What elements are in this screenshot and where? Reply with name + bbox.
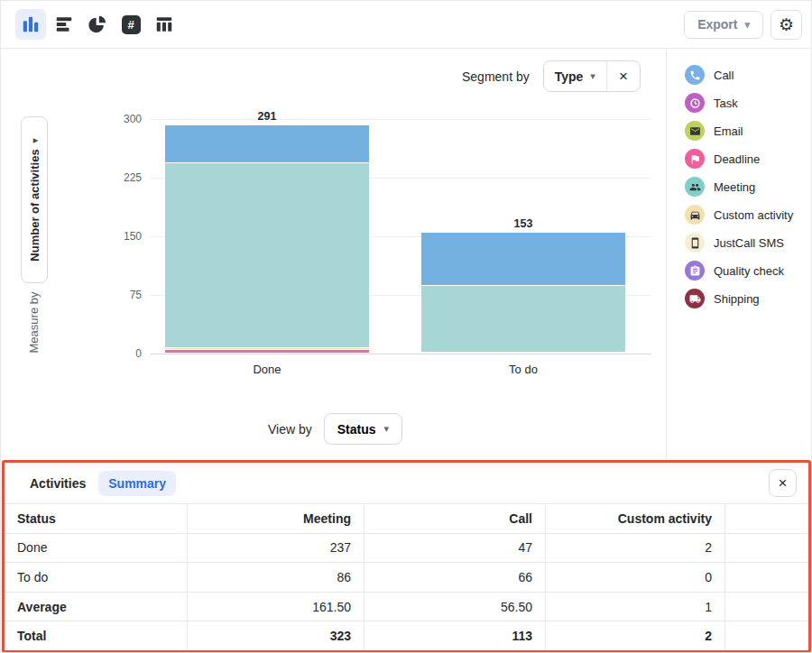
bar-done[interactable] [165, 125, 369, 353]
bar-segment-call[interactable] [421, 233, 625, 284]
legend-item-quality-check[interactable]: Quality check [685, 261, 812, 281]
legend-label: Email [714, 124, 743, 138]
gear-icon: ⚙ [779, 14, 794, 35]
number-card-button[interactable]: # [115, 9, 146, 40]
measure-by-dropdown[interactable]: Number of activities ▾ [21, 116, 48, 283]
segment-by-row: Segment by Type ▾ × [462, 60, 641, 92]
people-icon [685, 177, 705, 197]
value-cell: 113 [364, 621, 545, 650]
bar-chart-horizontal-button[interactable] [49, 9, 79, 40]
row-label-cell: Average [5, 593, 187, 621]
value-cell: 47 [364, 534, 545, 563]
bar-segment-meeting[interactable] [165, 162, 369, 347]
tab-activities[interactable]: Activities [20, 471, 96, 496]
value-cell [724, 534, 808, 563]
value-cell: 161.50 [187, 593, 364, 621]
phone-icon [685, 65, 705, 85]
view-by-dropdown[interactable]: Status ▾ [324, 413, 402, 445]
bar-segment-call[interactable] [165, 125, 369, 162]
y-tick-label: 300 [98, 113, 142, 125]
tab-summary[interactable]: Summary [98, 471, 176, 496]
value-cell: 2 [545, 534, 724, 563]
measure-by-label-wrap: Measure by [21, 286, 48, 358]
pie-chart-button[interactable] [82, 9, 113, 40]
value-cell: 323 [187, 621, 364, 650]
legend-label: Call [714, 69, 734, 82]
value-cell: 56.50 [364, 593, 545, 621]
legend-label: Shipping [714, 292, 760, 306]
flag-icon [685, 149, 705, 169]
legend-label: Deadline [714, 152, 760, 166]
column-chart-button[interactable] [15, 9, 46, 40]
legend-item-task[interactable]: Task [685, 93, 812, 113]
bar-total-label: 153 [421, 217, 625, 230]
segment-by-label: Segment by [462, 69, 530, 84]
value-cell [724, 593, 808, 621]
bar-segment-other[interactable] [165, 349, 369, 353]
summary-panel-close-button[interactable]: × [769, 469, 797, 497]
bar-chart-horizontal-icon [54, 14, 74, 34]
bar-segment-other[interactable] [421, 352, 625, 353]
legend-item-shipping[interactable]: Shipping [685, 289, 812, 308]
segment-by-value: Type [555, 69, 584, 84]
value-cell: 86 [187, 563, 364, 592]
clock-icon [685, 93, 705, 113]
x-axis-line [150, 354, 651, 354]
measure-by-label: Measure by [28, 291, 42, 353]
settings-button[interactable]: ⚙ [770, 10, 802, 40]
close-icon: × [779, 474, 788, 492]
row-label-cell: Done [5, 534, 187, 563]
value-cell: 237 [187, 534, 364, 563]
column-chart-icon [21, 14, 41, 34]
summary-panel-highlighted: Activities Summary × StatusMeetingCallCu… [2, 460, 811, 653]
bar-total-label: 291 [165, 110, 369, 123]
table-row: To do86660 [5, 562, 808, 592]
table-view-button[interactable] [149, 9, 180, 40]
row-label-cell: To do [5, 563, 187, 592]
value-cell: 1 [545, 593, 724, 621]
x-category-label: To do [421, 363, 625, 376]
bar-to-do[interactable] [421, 233, 625, 353]
mobile-icon [685, 233, 705, 253]
close-icon: × [619, 68, 628, 86]
legend-item-call[interactable]: Call [685, 65, 812, 85]
car-icon [685, 205, 705, 225]
column-header [724, 504, 808, 533]
value-cell: 0 [545, 563, 724, 592]
export-button[interactable]: Export ▾ [684, 11, 763, 39]
legend-item-deadline[interactable]: Deadline [685, 149, 812, 169]
column-header: Custom activity [545, 504, 724, 533]
chevron-down-icon: ▾ [744, 19, 750, 31]
bar-segment-meeting[interactable] [421, 285, 625, 352]
legend-item-custom-activity[interactable]: Custom activity [685, 205, 812, 225]
value-cell: 2 [545, 621, 724, 650]
chevron-down-icon: ▾ [384, 423, 390, 435]
pie-chart-icon [88, 14, 107, 34]
table-row: Done237472 [5, 533, 808, 563]
value-cell [724, 621, 808, 650]
chevron-icon: ▾ [30, 138, 40, 143]
legend-item-justcall-sms[interactable]: JustCall SMS [685, 233, 812, 253]
segment-by-dropdown[interactable]: Type ▾ [544, 61, 606, 91]
row-label-cell: Total [5, 621, 187, 650]
table-view-icon [154, 14, 174, 34]
view-by-label: View by [268, 422, 312, 437]
view-by-value: Status [337, 422, 376, 437]
top-toolbar: # Export ▾ ⚙ [1, 1, 811, 49]
segment-by-control: Type ▾ × [543, 60, 641, 92]
legend-label: JustCall SMS [714, 236, 784, 250]
number-card-icon: # [122, 15, 141, 34]
insights-report-view: # Export ▾ ⚙ Segment by Type ▾ × Number … [0, 0, 812, 653]
column-header: Status [5, 504, 187, 533]
legend-item-meeting[interactable]: Meeting [685, 177, 812, 197]
legend-label: Quality check [714, 264, 784, 278]
legend-list: CallTaskEmailDeadlineMeetingCustom activ… [666, 49, 812, 459]
x-category-label: Done [165, 363, 369, 376]
y-tick-label: 225 [98, 171, 142, 184]
summary-panel-header: Activities Summary × [5, 463, 808, 503]
segment-by-clear-button[interactable]: × [607, 61, 640, 91]
truck-icon [685, 289, 705, 308]
legend-item-email[interactable]: Email [685, 121, 812, 141]
clipboard-icon [685, 261, 705, 281]
chart-type-switcher: # [15, 9, 180, 40]
